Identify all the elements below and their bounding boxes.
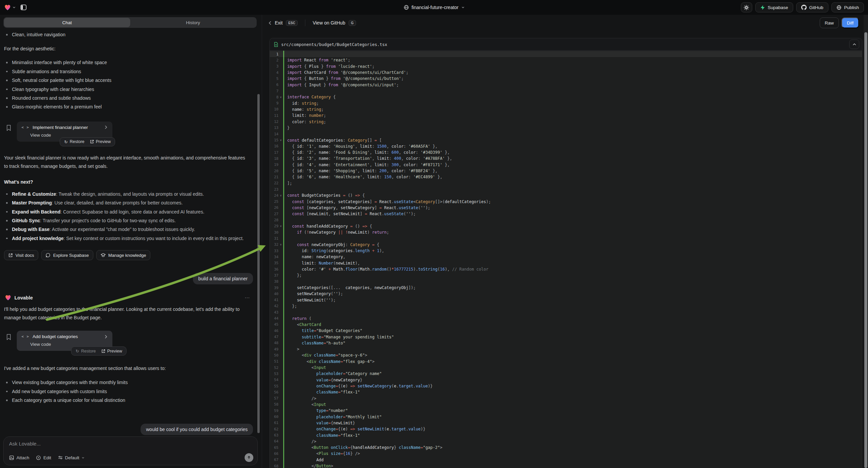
code-line: 17 { id: '2', name: 'Food & Dining', lim… <box>270 149 862 155</box>
attach-button[interactable]: Attach <box>9 455 29 460</box>
external-link-icon <box>101 349 105 353</box>
list-item: Each category gets a unique color for vi… <box>4 396 253 405</box>
user-message: would be cool if you could add budget ca… <box>141 424 253 435</box>
preview-button[interactable]: Preview <box>101 349 122 353</box>
version-actions: ↻ Restore Preview <box>60 137 115 146</box>
esc-key-badge: ESC <box>286 20 298 26</box>
code-icon: < > <box>22 334 29 339</box>
tab-chat[interactable]: Chat <box>4 18 130 27</box>
chevron-right-icon <box>104 125 108 129</box>
assistant-header: Lovable ⋯ <box>5 294 253 301</box>
external-link-icon <box>8 253 13 258</box>
code-line: 25 const [categories, setCategories] = R… <box>270 199 862 205</box>
code-line: 61 value={newLimit} <box>270 420 862 426</box>
explore-supabase-button[interactable]: Explore Supabase <box>41 250 93 260</box>
list-item: Refine & Customize: Tweak the design, an… <box>4 190 253 198</box>
restore-button[interactable]: ↻ Restore <box>75 349 96 353</box>
code-line: 42 }; <box>270 303 862 309</box>
top-bar: financial-future-creator <box>0 0 868 15</box>
code-line: 36 color: '#' + Math.floor(Math.random()… <box>270 266 862 272</box>
design-aesthetic-heading: For the design aesthetic: <box>4 45 253 53</box>
chevron-left-icon <box>269 21 272 25</box>
code-line: 45 <ChartCard <box>270 322 862 328</box>
chat-scrollbar[interactable] <box>257 94 260 433</box>
settings-button[interactable] <box>741 2 752 12</box>
window-scrollbar[interactable] <box>864 15 868 468</box>
edit-button[interactable]: Edit <box>36 455 51 460</box>
code-line: 19 { id: '4', name: 'Entertainment', lim… <box>270 162 862 168</box>
exit-button[interactable]: Exit <box>275 20 282 26</box>
code-line: 11 limit: number; <box>270 113 862 118</box>
version-title: Add budget categories <box>33 334 101 339</box>
file-diff-card: src/components/budget/BudgetCategories.t… <box>270 38 862 468</box>
tab-history[interactable]: History <box>130 18 256 27</box>
collapse-file-button[interactable] <box>849 39 859 49</box>
preview-button[interactable]: Preview <box>90 139 111 144</box>
chevron-up-icon <box>852 43 856 46</box>
code-line: 51 <div className="flex gap-4"> <box>270 358 862 364</box>
code-line: 4import ChartCard from '@/components/ui/… <box>270 69 862 76</box>
send-button[interactable] <box>245 453 253 462</box>
code-line: 68 </Button> <box>270 463 862 468</box>
chat-message-list: Clean, intuitive navigation For the desi… <box>0 28 262 435</box>
visit-docs-button[interactable]: Visit docs <box>4 250 38 260</box>
version-actions: ↻ Restore Preview <box>71 347 126 355</box>
view-on-github-button[interactable]: View on GitHub <box>313 20 345 26</box>
code-view-panel: Exit ESC View on GitHub G Raw Diff src/c… <box>262 15 864 468</box>
code-line: 10 name: string; <box>270 107 862 113</box>
lovable-heart-icon <box>4 4 11 11</box>
view-code-link[interactable]: View code <box>30 133 51 138</box>
project-switcher[interactable]: financial-future-creator <box>403 0 464 15</box>
chat-history-tabs: Chat History <box>3 17 257 28</box>
diff-toggle-button[interactable]: Diff <box>841 18 859 28</box>
list-item: View existing budget categories with the… <box>4 378 253 387</box>
github-icon <box>801 5 807 10</box>
chat-input[interactable] <box>9 441 252 452</box>
github-button[interactable]: GitHub <box>796 2 829 12</box>
list-item: Master Prompting: Use clear, detailed, a… <box>4 198 253 207</box>
code-line: 33 id: String(categories.length + 1), <box>270 248 862 254</box>
composer: Attach Edit Default <box>3 436 258 465</box>
list-item: Subtle animations and transitions <box>4 67 253 76</box>
bookmark-icon <box>6 124 11 131</box>
globe-icon <box>836 5 841 10</box>
message-menu-button[interactable]: ⋯ <box>245 295 250 301</box>
code-line: 54 value={newCategory} <box>270 377 862 383</box>
code-line: 38 <box>270 279 862 285</box>
file-header[interactable]: src/components/budget/BudgetCategories.t… <box>270 38 862 51</box>
code-line: 67 Add <box>270 457 862 463</box>
view-code-link[interactable]: View code <box>30 342 51 347</box>
code-line: 21 { id: '6', name: 'Healthcare', limit:… <box>270 174 862 180</box>
sliders-icon <box>58 455 63 460</box>
panel-left-icon <box>20 4 27 11</box>
code-line: 14 <box>270 131 862 137</box>
scrollbar-thumb[interactable] <box>864 32 867 468</box>
code-line: 48 className="h-auto" <box>270 340 862 346</box>
code-line: 32∨ const newCategoryObj: Category = { <box>270 242 862 248</box>
list-item: Expand with Backend: Connect Supabase to… <box>4 207 253 216</box>
code-line: 15∨const defaultCategories: Category[] =… <box>270 137 862 143</box>
code-line: 41 setNewLimit(''); <box>270 297 862 303</box>
list-item: Add project knowledge: Set key context o… <box>4 234 253 243</box>
assistant-paragraph: I've added a new budget categories manag… <box>4 364 253 373</box>
lovable-heart-icon <box>5 294 11 301</box>
code-line: 46 title="Budget Categories" <box>270 328 862 334</box>
assistant-paragraph: Your sleek financial planner is now read… <box>4 154 246 171</box>
code-line: 8∨interface Category { <box>270 94 862 100</box>
mode-selector[interactable]: Default <box>58 455 85 460</box>
list-item: Glass-morphic elements for a premium fee… <box>4 103 253 111</box>
supabase-button[interactable]: Supabase <box>755 2 793 12</box>
code-lines: 12import React from 'react';3import { Pl… <box>270 51 862 468</box>
added-feature-list: View existing budget categories with the… <box>4 378 253 405</box>
raw-toggle-button[interactable]: Raw <box>820 18 839 28</box>
project-name: financial-future-creator <box>411 5 458 10</box>
manage-knowledge-button[interactable]: Manage knowledge <box>96 250 151 260</box>
code-line: 35 limit: Number(newLimit), <box>270 260 862 266</box>
code-editor[interactable]: 12import React from 'react';3import { Pl… <box>270 51 862 468</box>
sidebar-toggle-button[interactable] <box>19 2 29 12</box>
publish-button[interactable]: Publish <box>831 2 864 12</box>
restore-button[interactable]: ↻ Restore <box>64 139 84 144</box>
lovable-logo-menu[interactable] <box>4 4 16 11</box>
list-item: Clean, intuitive navigation <box>4 30 253 39</box>
external-link-icon <box>90 140 94 144</box>
